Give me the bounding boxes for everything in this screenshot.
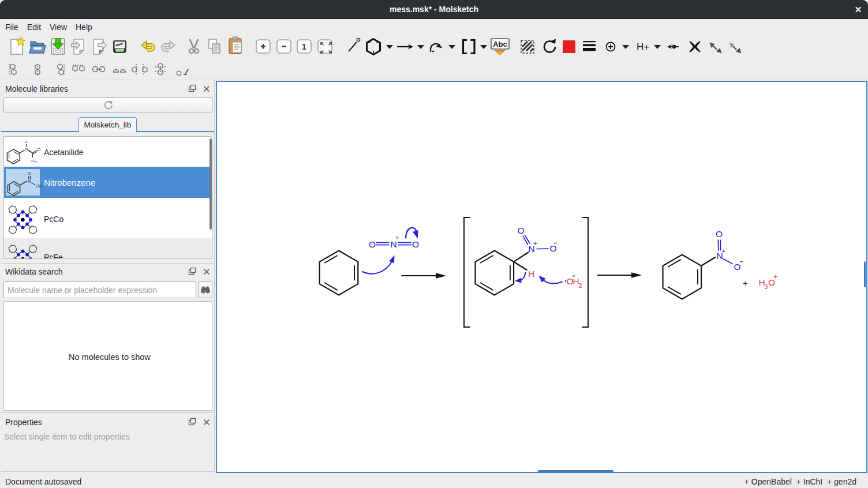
- svg-text:O: O: [412, 239, 419, 249]
- svg-text:H+: H+: [637, 42, 649, 52]
- svg-text:3: 3: [764, 283, 768, 290]
- svg-text:OH: OH: [36, 184, 42, 188]
- svg-text:O: O: [38, 148, 41, 152]
- svg-text:O: O: [28, 171, 31, 175]
- svg-text:+: +: [721, 247, 725, 254]
- svg-text:H: H: [25, 140, 27, 144]
- svg-text:1: 1: [302, 42, 306, 51]
- svg-text:+: +: [533, 240, 537, 247]
- svg-text:Abc: Abc: [493, 40, 507, 48]
- svg-text:CH: CH: [31, 159, 36, 163]
- svg-text:O: O: [549, 243, 556, 253]
- svg-text:O: O: [734, 262, 740, 272]
- svg-text:+: +: [773, 273, 777, 281]
- svg-text:H: H: [528, 269, 534, 279]
- svg-text:O: O: [517, 226, 524, 235]
- svg-text:+: +: [743, 278, 748, 288]
- svg-text:O: O: [716, 229, 723, 239]
- svg-text:3: 3: [35, 161, 37, 164]
- svg-text:N: N: [25, 147, 28, 151]
- svg-text:+: +: [395, 234, 399, 241]
- svg-text:O: O: [369, 239, 376, 249]
- svg-text:2: 2: [578, 282, 582, 289]
- svg-text:N: N: [28, 179, 31, 183]
